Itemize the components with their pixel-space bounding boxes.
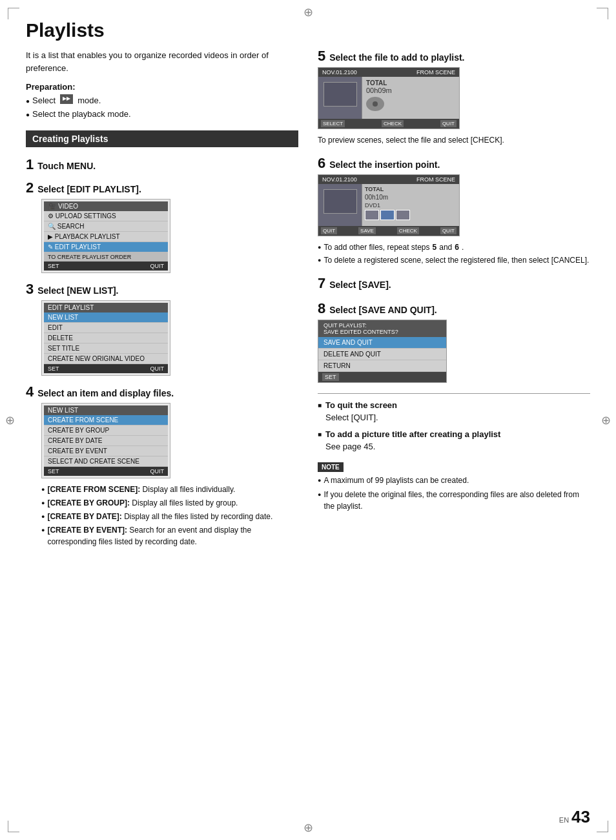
menu-screenshot-2: 🎥 VIDEO ⚙ UPLOAD SETTINGS 🔍 SEARCH ▶ PLA…: [41, 199, 170, 273]
menu4-footer: SET QUIT: [44, 467, 168, 476]
cam6-header-left: NOV.01.2100: [322, 176, 357, 183]
cam5-btn-select: SELECT: [321, 120, 345, 127]
preparation-label: Preparation:: [26, 82, 298, 92]
step-2: 2 Select [EDIT PLAYLIST]. 🎥 VIDEO ⚙ UPLO…: [26, 181, 298, 273]
menu4-item-1: CREATE FROM SCENE: [44, 415, 168, 425]
cam6-info-value: 00h10m: [365, 194, 457, 201]
save-menu-item-2: DELETE AND QUIT: [318, 349, 446, 360]
step-2-num: 2: [26, 181, 34, 195]
step-7: 7 Select [SAVE].: [318, 276, 590, 291]
step-7-num: 7: [318, 276, 325, 291]
menu4-title: NEW LIST: [48, 407, 78, 414]
step-4: 4 Select an item and display files. NEW …: [26, 385, 298, 548]
left-column: It is a list that enables you to organiz…: [26, 49, 298, 557]
cam6-btn-save: SAVE: [358, 227, 376, 234]
step-1: 1 Touch MENU.: [26, 158, 298, 172]
menu3-footer-quit: QUIT: [150, 365, 165, 372]
menu3-item-1: NEW LIST: [44, 312, 168, 323]
page-num-en: EN: [559, 816, 569, 824]
save-menu-item-1: SAVE AND QUIT: [318, 337, 446, 349]
cam5-header-left: NOV.01.2100: [322, 69, 357, 76]
save-menu-screenshot: QUIT PLAYLIST:SAVE EDITED CONTENTS? SAVE…: [318, 320, 447, 383]
cam5-btn-quit: QUIT: [440, 120, 457, 127]
menu4-title-bar: NEW LIST: [44, 405, 168, 415]
note-bullet-1: A maximum of 99 playlists can be created…: [318, 475, 590, 486]
step-8: 8 Select [SAVE AND QUIT]. QUIT PLAYLIST:…: [318, 302, 590, 383]
cam6-btn-check: CHECK: [397, 227, 419, 234]
menu3-footer: SET QUIT: [44, 364, 168, 373]
menu2-footer: SET QUIT: [44, 261, 168, 271]
section-header: Creating Playlists: [26, 130, 298, 147]
page-num: 43: [571, 807, 590, 827]
save-menu-footer-btn: SET: [322, 373, 339, 381]
menu2-item-1: ⚙ UPLOAD SETTINGS: [44, 211, 168, 221]
cam6-info-label: TOTAL: [365, 186, 457, 192]
cam-screenshot-5: NOV.01.2100 FROM SCENE TOTAL 00h09m: [318, 67, 460, 129]
cam5-info-label: TOTAL: [366, 79, 455, 87]
divider: [318, 393, 590, 394]
cam5-info: TOTAL 00h09m: [362, 77, 459, 119]
menu-screenshot-4: NEW LIST CREATE FROM SCENE CREATE BY GRO…: [41, 403, 170, 478]
menu2-item-4: ✎ EDIT PLAYLIST: [44, 242, 168, 252]
step6-bullet-1: To add other files, repeat steps 5 and 6…: [318, 241, 590, 253]
menu2-order: TO CREATE PLAYLIST ORDER: [44, 252, 168, 261]
step6-bullet-2: To delete a registered scene, select the…: [318, 254, 590, 266]
step5-note: To preview scenes, select the file and s…: [318, 134, 590, 146]
save-menu-header: QUIT PLAYLIST:SAVE EDITED CONTENTS?: [318, 320, 446, 337]
cam6-btn-quit: QUIT: [321, 227, 337, 234]
cam5-info-value: 00h09m: [366, 87, 455, 94]
menu4-item-2: CREATE BY GROUP: [44, 425, 168, 436]
page-number-area: EN 43: [559, 807, 590, 827]
note-bullet-2: If you delete the original files, the co…: [318, 489, 590, 512]
step-3-text: Select [NEW LIST].: [37, 285, 118, 296]
cam6-thumb-2: [380, 210, 395, 220]
save-menu-item-3: RETURN: [318, 360, 446, 372]
menu3-title-bar: EDIT PLAYLIST: [44, 303, 168, 312]
cam5-disc-icon: [366, 97, 384, 111]
intro-text: It is a list that enables you to organiz…: [26, 49, 298, 74]
menu3-item-2: EDIT: [44, 323, 168, 333]
step6-bullets: To add other files, repeat steps 5 and 6…: [318, 241, 590, 266]
step-3: 3 Select [NEW LIST]. EDIT PLAYLIST NEW L…: [26, 282, 298, 376]
right-column: 5 Select the file to add to playlist. NO…: [318, 49, 590, 557]
menu3-title: EDIT PLAYLIST: [48, 304, 94, 311]
cam6-header-right: FROM SCENE: [416, 176, 455, 183]
step-1-num: 1: [26, 158, 34, 172]
step-5: 5 Select the file to add to playlist. NO…: [318, 49, 590, 146]
cam-screenshot-6: NOV.01.2100 FROM SCENE TOTAL 00h10m DVD1: [318, 174, 460, 236]
sub-bullet-2: [CREATE BY GROUP]: Display all files lis…: [41, 497, 298, 509]
step-6-text: Select the insertion point.: [329, 159, 440, 170]
step-5-num: 5: [318, 49, 325, 63]
sub-bullet-4: [CREATE BY EVENT]: Search for an event a…: [41, 524, 298, 548]
menu4-footer-set: SET: [48, 468, 59, 475]
note-box: NOTE: [318, 462, 344, 472]
menu3-item-3: DELETE: [44, 333, 168, 343]
sq-bullet-2: To add a picture title after creating a …: [318, 428, 590, 453]
menu2-title: VIDEO: [58, 203, 78, 210]
sub-bullet-3: [CREATE BY DATE]: Display all the files …: [41, 511, 298, 522]
cam6-header: NOV.01.2100 FROM SCENE: [318, 175, 459, 184]
step-5-text: Select the file to add to playlist.: [329, 52, 464, 63]
sub-bullet-1: [CREATE FROM SCENE]: Display all files i…: [41, 484, 298, 495]
cam6-info: TOTAL 00h10m DVD1: [362, 184, 459, 226]
cam6-footer: QUIT SAVE CHECK QUIT: [318, 226, 459, 236]
menu-screenshot-3: EDIT PLAYLIST NEW LIST EDIT DELETE SET T…: [41, 300, 170, 376]
sq-bullet-1: To quit the screenSelect [QUIT].: [318, 399, 590, 424]
menu4-item-5: SELECT AND CREATE SCENE: [44, 456, 168, 467]
menu3-item-5: CREATE NEW ORIGINAL VIDEO: [44, 354, 168, 364]
menu4-item-3: CREATE BY DATE: [44, 436, 168, 446]
cam6-btn-quit2: QUIT: [440, 227, 457, 234]
cam5-btn-check: CHECK: [382, 120, 404, 127]
prep-bullet-2: Select the playback mode.: [26, 108, 298, 121]
step-3-num: 3: [26, 282, 34, 296]
cam5-thumb: [318, 77, 362, 119]
menu3-item-4: SET TITLE: [44, 343, 168, 354]
step4-sub-bullets: [CREATE FROM SCENE]: Display all files i…: [41, 484, 298, 548]
step-8-text: Select [SAVE AND QUIT].: [329, 304, 436, 316]
cam6-thumb-3: [396, 210, 410, 220]
menu2-footer-quit: QUIT: [150, 263, 165, 269]
step-6-num: 6: [318, 156, 325, 170]
cam5-header: NOV.01.2100 FROM SCENE: [318, 68, 459, 77]
step-4-text: Select an item and display files.: [37, 387, 174, 399]
step-8-num: 8: [318, 302, 325, 316]
